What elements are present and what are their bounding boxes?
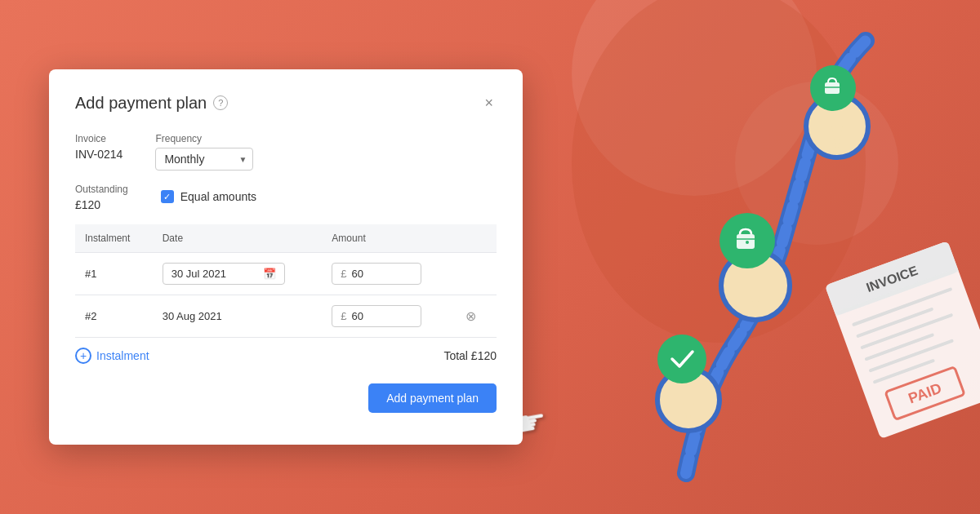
invoice-label: Invoice	[75, 133, 122, 144]
instalment-amount-1: £	[322, 253, 452, 295]
table-head: Instalment Date Amount	[75, 224, 497, 253]
modal-title-row: Add payment plan ?	[75, 94, 228, 113]
equal-amounts-label: Equal amounts	[180, 190, 256, 203]
currency-symbol-2: £	[341, 310, 346, 322]
frequency-group: Frequency Monthly Weekly Quarterly Annua…	[155, 133, 253, 171]
add-instalment-label: Instalment	[96, 349, 149, 362]
instalment-remove-1	[452, 253, 497, 295]
frequency-label: Frequency	[155, 133, 253, 144]
equal-amounts-checkbox[interactable]	[161, 190, 174, 203]
table-body: #1 30 Jul 2021 📅 £	[75, 253, 497, 338]
modal-header: Add payment plan ? ×	[75, 92, 497, 113]
instalment-date-1: 30 Jul 2021 📅	[153, 253, 323, 295]
amount-input-1[interactable]	[352, 268, 401, 280]
instalment-remove-2: ⊗	[452, 295, 497, 338]
outstanding-label: Outstanding	[75, 184, 128, 195]
date-text-2: 30 Aug 2021	[163, 310, 222, 322]
outstanding-value: £120	[75, 198, 128, 211]
date-input-1[interactable]: 30 Jul 2021 📅	[163, 263, 285, 285]
invoice-value: INV-0214	[75, 148, 122, 161]
remove-instalment-2-button[interactable]: ⊗	[462, 308, 479, 324]
currency-symbol-1: £	[341, 268, 346, 280]
frequency-select[interactable]: Monthly Weekly Quarterly Annually	[155, 148, 253, 171]
table-header-row: Instalment Date Amount	[75, 224, 497, 253]
instalment-number: #1	[85, 268, 96, 280]
equal-amounts-row: Equal amounts	[161, 190, 256, 203]
table-row: #2 30 Aug 2021 £ ⊗	[75, 295, 497, 338]
amount-input-2[interactable]	[352, 310, 401, 322]
instalment-number: #2	[85, 310, 96, 322]
table-row: #1 30 Jul 2021 📅 £	[75, 253, 497, 295]
instalment-amount-2: £	[322, 295, 452, 338]
instalment-date-2: 30 Aug 2021	[153, 295, 323, 338]
modal-overlay: Add payment plan ? × Invoice INV-0214 Fr…	[0, 0, 980, 514]
frequency-select-wrapper: Monthly Weekly Quarterly Annually ▼	[155, 148, 253, 171]
table-footer: + Instalment Total £120	[75, 348, 497, 364]
col-header-date: Date	[153, 224, 323, 253]
invoice-frequency-row: Invoice INV-0214 Frequency Monthly Weekl…	[75, 133, 497, 171]
help-icon[interactable]: ?	[213, 95, 228, 110]
date-text-1: 30 Jul 2021	[172, 268, 226, 280]
col-header-instalment: Instalment	[75, 224, 153, 253]
add-payment-plan-modal: Add payment plan ? × Invoice INV-0214 Fr…	[49, 69, 523, 445]
invoice-group: Invoice INV-0214	[75, 133, 122, 161]
add-instalment-button[interactable]: + Instalment	[75, 348, 149, 364]
modal-title: Add payment plan	[75, 94, 207, 113]
outstanding-group: Outstanding £120	[75, 184, 128, 211]
add-payment-plan-button[interactable]: Add payment plan	[368, 383, 497, 413]
calendar-icon: 📅	[263, 268, 276, 280]
instalment-num-2: #2	[75, 295, 153, 338]
add-icon: +	[75, 348, 91, 364]
equal-amounts-group: Equal amounts	[161, 184, 256, 203]
total-label: Total £120	[443, 349, 497, 362]
col-header-actions	[452, 224, 497, 253]
instalment-num-1: #1	[75, 253, 153, 295]
instalment-table: Instalment Date Amount #1 30 Jul 2021 📅	[75, 224, 497, 338]
col-header-amount: Amount	[322, 224, 452, 253]
outstanding-equalamounts-row: Outstanding £120 Equal amounts	[75, 184, 497, 211]
amount-input-wrapper-2: £	[332, 305, 421, 327]
modal-actions: Add payment plan	[75, 383, 497, 413]
close-button[interactable]: ×	[481, 92, 497, 113]
amount-input-wrapper-1: £	[332, 263, 421, 285]
